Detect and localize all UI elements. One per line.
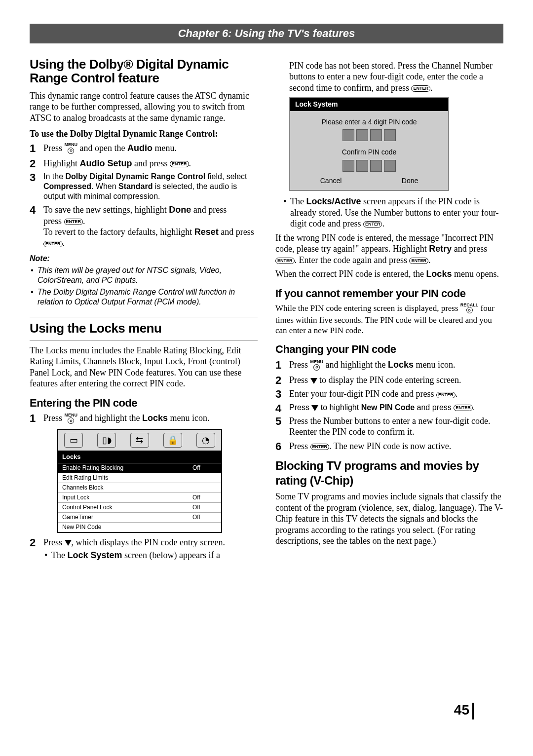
locks-row-1: Edit Rating Limits bbox=[58, 473, 221, 483]
pin-boxes-1 bbox=[290, 129, 448, 141]
ep-step-2: Press , which displays the PIN code entr… bbox=[30, 537, 258, 561]
down-arrow-icon bbox=[311, 405, 318, 411]
text: . Enter the code again and press bbox=[295, 255, 410, 265]
text: Press bbox=[43, 537, 65, 547]
tab-icon-setup: ⇆ bbox=[130, 433, 149, 448]
text: and press bbox=[415, 403, 454, 412]
text: field, select bbox=[205, 172, 247, 181]
note-heading: Note: bbox=[30, 254, 258, 264]
section-divider bbox=[30, 317, 258, 317]
ep-step-1: Press MENU and highlight the Locks menu … bbox=[30, 413, 258, 532]
audio-label: Audio bbox=[127, 143, 152, 153]
text: Highlight bbox=[43, 158, 80, 168]
locks-active-item: The Locks/Active screen appears if the P… bbox=[282, 196, 503, 229]
heading-entering-pin: Entering the PIN code bbox=[30, 396, 258, 410]
pin-msg-1: Please enter a 4 digit PIN code bbox=[290, 118, 448, 127]
locks-active-label: Locks/Active bbox=[306, 196, 361, 206]
text: menu opens. bbox=[452, 269, 498, 279]
c-step-4: Press to highlight New PIN Code and pres… bbox=[275, 403, 503, 413]
wrong-pin-paragraph: If the wrong PIN code is entered, the me… bbox=[275, 232, 503, 266]
pin-done: Done bbox=[402, 177, 418, 186]
locks-active-bullet: The Locks/Active screen appears if the P… bbox=[275, 196, 503, 229]
pin-buttons: Cancel Done bbox=[290, 177, 448, 186]
locks-label: Locks bbox=[426, 269, 452, 279]
locks-panel-title: Locks bbox=[58, 452, 221, 462]
pin-cancel: Cancel bbox=[320, 177, 342, 186]
c-step-5: Press the Number buttons to enter a new … bbox=[275, 416, 503, 438]
compressed-label: Compressed bbox=[43, 182, 91, 190]
pin-continuation: PIN code has not been stored. Press the … bbox=[275, 60, 503, 94]
dolby-intro: This dynamic range control feature cause… bbox=[30, 90, 258, 124]
text: menu. bbox=[152, 143, 177, 153]
text: , which displays the PIN code entry scre… bbox=[72, 537, 225, 547]
text: Enter your four-digit PIN code and press bbox=[289, 389, 436, 399]
c-step-6: Press ENTER. The new PIN code is now act… bbox=[275, 441, 503, 452]
heading-locks-menu: Using the Locks menu bbox=[30, 321, 258, 336]
tab-icon-picture: ▭ bbox=[64, 433, 83, 448]
two-column-layout: Using the Dolby® Digital Dynamic Range C… bbox=[30, 57, 503, 564]
c-step-1: Press MENU and highlight the Locks menu … bbox=[275, 359, 503, 372]
enter-button-icon: ENTER bbox=[170, 161, 189, 167]
heading-forgot-pin: If you cannot remember your PIN code bbox=[275, 287, 503, 301]
left-column: Using the Dolby® Digital Dynamic Range C… bbox=[30, 57, 258, 564]
text: screen (below) appears if a bbox=[122, 550, 220, 560]
enter-button-icon: ENTER bbox=[43, 241, 63, 247]
tab-icon-audio: ▯◗ bbox=[97, 433, 116, 448]
text: When the correct PIN code is entered, th… bbox=[275, 269, 426, 279]
standard-label: Standard bbox=[118, 182, 152, 190]
c-step-3: Enter your four-digit PIN code and press… bbox=[275, 388, 503, 400]
step-1: Press MENU and open the Audio menu. bbox=[30, 143, 258, 155]
enter-button-icon: ENTER bbox=[409, 258, 428, 264]
right-column: PIN code has not been stored. Press the … bbox=[275, 57, 503, 564]
menu-button-icon: MENU bbox=[65, 413, 78, 425]
menu-button-icon: MENU bbox=[65, 143, 78, 154]
locks-intro: The Locks menu includes the Enable Ratin… bbox=[30, 345, 258, 389]
lock-system-label: Lock System bbox=[67, 550, 122, 560]
note-item-1: This item will be grayed out for NTSC si… bbox=[30, 265, 258, 285]
text: The bbox=[290, 196, 306, 206]
text: To save the new settings, highlight bbox=[43, 205, 169, 215]
change-pin-steps: Press MENU and highlight the Locks menu … bbox=[275, 359, 503, 452]
text: To revert to the factory defaults, highl… bbox=[43, 227, 194, 237]
enter-button-icon: ENTER bbox=[310, 444, 330, 450]
text: and press bbox=[452, 244, 487, 254]
text: While the PIN code entering screen is di… bbox=[275, 303, 460, 313]
text: menu icon. bbox=[168, 413, 209, 423]
text: and press bbox=[219, 227, 254, 237]
text: Press bbox=[289, 441, 310, 451]
heading-dolby: Using the Dolby® Digital Dynamic Range C… bbox=[30, 57, 258, 85]
locks-row-3: Input LockOff bbox=[58, 492, 221, 502]
text: menu icon. bbox=[414, 360, 455, 370]
text: Press bbox=[289, 403, 311, 412]
step-4: To save the new settings, highlight Done… bbox=[30, 204, 258, 249]
section-divider bbox=[30, 340, 258, 341]
text: and highlight the bbox=[77, 413, 142, 423]
text: and press bbox=[191, 205, 227, 215]
lock-system-screenshot: Lock System Please enter a 4 digit PIN c… bbox=[289, 97, 449, 191]
enter-button-icon: ENTER bbox=[454, 405, 473, 411]
enter-button-icon: ENTER bbox=[275, 258, 295, 264]
text: to display the PIN code entering screen. bbox=[317, 375, 461, 385]
done-label: Done bbox=[169, 205, 191, 215]
enter-button-icon: ENTER bbox=[363, 221, 382, 227]
recall-button-icon: RECALL bbox=[460, 303, 479, 314]
text: and press bbox=[132, 158, 170, 168]
down-arrow-icon bbox=[310, 378, 317, 384]
text: and open the bbox=[77, 143, 127, 153]
text: PIN code has not been stored. Press the … bbox=[289, 61, 493, 93]
text: The bbox=[51, 550, 67, 560]
locks-menu-screenshot: ▭ ▯◗ ⇆ 🔒 ◔ Locks Enable Rating BlockingO… bbox=[57, 429, 222, 532]
text: Press bbox=[289, 360, 310, 370]
correct-pin-paragraph: When the correct PIN code is entered, th… bbox=[275, 268, 503, 280]
retry-label: Retry bbox=[429, 244, 452, 254]
enter-button-icon: ENTER bbox=[411, 85, 430, 92]
new-pin-code-label: New PIN Code bbox=[361, 403, 415, 412]
tab-icon-lock: 🔒 bbox=[163, 433, 182, 448]
menu-button-icon: MENU bbox=[310, 360, 324, 372]
entering-pin-steps: Press MENU and highlight the Locks menu … bbox=[30, 413, 258, 561]
dolby-steps: Press MENU and open the Audio menu. High… bbox=[30, 143, 258, 249]
page-number: 45 bbox=[454, 701, 474, 719]
down-arrow-icon bbox=[65, 540, 72, 546]
text: Press bbox=[43, 143, 65, 153]
forgot-pin-paragraph: While the PIN code entering screen is di… bbox=[275, 303, 503, 336]
